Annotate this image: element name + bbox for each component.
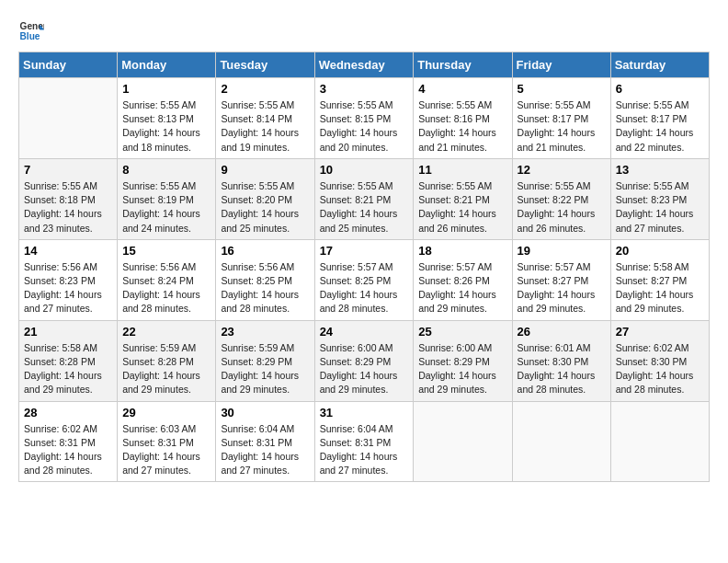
calendar-cell: 8Sunrise: 5:55 AM Sunset: 8:19 PM Daylig… bbox=[118, 158, 216, 239]
calendar-cell: 11Sunrise: 5:55 AM Sunset: 8:21 PM Dayli… bbox=[414, 158, 512, 239]
calendar-cell: 7Sunrise: 5:55 AM Sunset: 8:18 PM Daylig… bbox=[19, 158, 118, 239]
calendar-cell bbox=[610, 401, 709, 482]
calendar-cell: 13Sunrise: 5:55 AM Sunset: 8:23 PM Dayli… bbox=[610, 158, 709, 239]
day-info: Sunrise: 6:04 AM Sunset: 8:31 PM Dayligh… bbox=[221, 422, 309, 478]
calendar-cell: 17Sunrise: 5:57 AM Sunset: 8:25 PM Dayli… bbox=[314, 239, 414, 320]
day-info: Sunrise: 5:55 AM Sunset: 8:15 PM Dayligh… bbox=[320, 98, 409, 155]
calendar-cell: 4Sunrise: 5:55 AM Sunset: 8:16 PM Daylig… bbox=[414, 78, 512, 159]
day-info: Sunrise: 6:02 AM Sunset: 8:30 PM Dayligh… bbox=[616, 341, 704, 397]
day-number: 17 bbox=[320, 244, 409, 258]
calendar-cell: 24Sunrise: 6:00 AM Sunset: 8:29 PM Dayli… bbox=[314, 320, 414, 401]
day-info: Sunrise: 6:02 AM Sunset: 8:31 PM Dayligh… bbox=[24, 422, 112, 478]
day-info: Sunrise: 5:59 AM Sunset: 8:29 PM Dayligh… bbox=[221, 341, 309, 397]
logo: General Blue bbox=[18, 18, 48, 44]
day-info: Sunrise: 5:58 AM Sunset: 8:27 PM Dayligh… bbox=[616, 260, 704, 316]
day-info: Sunrise: 5:57 AM Sunset: 8:25 PM Dayligh… bbox=[320, 260, 409, 316]
calendar-cell: 21Sunrise: 5:58 AM Sunset: 8:28 PM Dayli… bbox=[19, 320, 118, 401]
day-info: Sunrise: 5:55 AM Sunset: 8:14 PM Dayligh… bbox=[221, 98, 309, 155]
calendar-cell: 15Sunrise: 5:56 AM Sunset: 8:24 PM Dayli… bbox=[118, 239, 216, 320]
week-row-3: 14Sunrise: 5:56 AM Sunset: 8:23 PM Dayli… bbox=[19, 239, 710, 320]
week-row-4: 21Sunrise: 5:58 AM Sunset: 8:28 PM Dayli… bbox=[19, 320, 710, 401]
day-info: Sunrise: 5:56 AM Sunset: 8:25 PM Dayligh… bbox=[221, 260, 309, 316]
day-number: 15 bbox=[122, 244, 210, 258]
day-number: 31 bbox=[320, 406, 409, 419]
day-number: 24 bbox=[320, 325, 409, 339]
day-number: 3 bbox=[320, 82, 409, 96]
day-header-tuesday: Tuesday bbox=[216, 52, 314, 78]
day-info: Sunrise: 5:55 AM Sunset: 8:20 PM Dayligh… bbox=[221, 179, 309, 236]
calendar-cell: 19Sunrise: 5:57 AM Sunset: 8:27 PM Dayli… bbox=[512, 239, 610, 320]
day-info: Sunrise: 5:57 AM Sunset: 8:26 PM Dayligh… bbox=[418, 260, 506, 316]
logo-icon: General Blue bbox=[18, 18, 44, 44]
calendar-cell: 27Sunrise: 6:02 AM Sunset: 8:30 PM Dayli… bbox=[610, 320, 709, 401]
day-info: Sunrise: 5:55 AM Sunset: 8:16 PM Dayligh… bbox=[418, 98, 506, 155]
day-number: 11 bbox=[418, 163, 506, 177]
day-number: 6 bbox=[616, 82, 704, 96]
calendar-cell: 10Sunrise: 5:55 AM Sunset: 8:21 PM Dayli… bbox=[314, 158, 414, 239]
calendar-cell: 3Sunrise: 5:55 AM Sunset: 8:15 PM Daylig… bbox=[314, 78, 414, 159]
day-info: Sunrise: 5:55 AM Sunset: 8:17 PM Dayligh… bbox=[518, 98, 606, 155]
day-number: 29 bbox=[122, 406, 210, 419]
day-info: Sunrise: 5:56 AM Sunset: 8:23 PM Dayligh… bbox=[24, 260, 112, 316]
day-number: 16 bbox=[221, 244, 309, 258]
day-info: Sunrise: 5:57 AM Sunset: 8:27 PM Dayligh… bbox=[518, 260, 606, 316]
calendar-cell: 18Sunrise: 5:57 AM Sunset: 8:26 PM Dayli… bbox=[414, 239, 512, 320]
calendar-cell bbox=[414, 401, 512, 482]
day-info: Sunrise: 5:55 AM Sunset: 8:18 PM Dayligh… bbox=[24, 179, 112, 236]
page-header: General Blue bbox=[18, 18, 710, 44]
svg-text:Blue: Blue bbox=[20, 31, 40, 41]
day-info: Sunrise: 5:55 AM Sunset: 8:22 PM Dayligh… bbox=[518, 179, 606, 236]
day-number: 28 bbox=[24, 406, 112, 419]
day-number: 20 bbox=[616, 244, 704, 258]
day-info: Sunrise: 6:00 AM Sunset: 8:29 PM Dayligh… bbox=[418, 341, 506, 397]
day-number: 12 bbox=[518, 163, 606, 177]
calendar-cell: 25Sunrise: 6:00 AM Sunset: 8:29 PM Dayli… bbox=[414, 320, 512, 401]
calendar-cell: 9Sunrise: 5:55 AM Sunset: 8:20 PM Daylig… bbox=[216, 158, 314, 239]
day-number: 7 bbox=[24, 163, 112, 177]
day-header-saturday: Saturday bbox=[610, 52, 709, 78]
day-header-friday: Friday bbox=[512, 52, 610, 78]
day-number: 26 bbox=[518, 325, 606, 339]
day-header-wednesday: Wednesday bbox=[314, 52, 414, 78]
calendar-cell bbox=[512, 401, 610, 482]
calendar-cell: 28Sunrise: 6:02 AM Sunset: 8:31 PM Dayli… bbox=[19, 401, 118, 482]
day-info: Sunrise: 5:55 AM Sunset: 8:21 PM Dayligh… bbox=[320, 179, 409, 236]
day-info: Sunrise: 5:55 AM Sunset: 8:23 PM Dayligh… bbox=[616, 179, 704, 236]
day-info: Sunrise: 6:01 AM Sunset: 8:30 PM Dayligh… bbox=[518, 341, 606, 397]
week-row-1: 1Sunrise: 5:55 AM Sunset: 8:13 PM Daylig… bbox=[19, 78, 710, 159]
day-number: 23 bbox=[221, 325, 309, 339]
day-info: Sunrise: 6:03 AM Sunset: 8:31 PM Dayligh… bbox=[122, 422, 210, 478]
day-info: Sunrise: 5:55 AM Sunset: 8:17 PM Dayligh… bbox=[616, 98, 704, 155]
day-info: Sunrise: 5:55 AM Sunset: 8:19 PM Dayligh… bbox=[122, 179, 210, 236]
calendar-cell: 31Sunrise: 6:04 AM Sunset: 8:31 PM Dayli… bbox=[314, 401, 414, 482]
day-info: Sunrise: 5:55 AM Sunset: 8:13 PM Dayligh… bbox=[122, 98, 210, 155]
day-info: Sunrise: 6:00 AM Sunset: 8:29 PM Dayligh… bbox=[320, 341, 409, 397]
week-row-2: 7Sunrise: 5:55 AM Sunset: 8:18 PM Daylig… bbox=[19, 158, 710, 239]
day-number: 5 bbox=[518, 82, 606, 96]
day-info: Sunrise: 5:56 AM Sunset: 8:24 PM Dayligh… bbox=[122, 260, 210, 316]
calendar-cell: 5Sunrise: 5:55 AM Sunset: 8:17 PM Daylig… bbox=[512, 78, 610, 159]
calendar-cell: 14Sunrise: 5:56 AM Sunset: 8:23 PM Dayli… bbox=[19, 239, 118, 320]
calendar-table: SundayMondayTuesdayWednesdayThursdayFrid… bbox=[18, 52, 710, 482]
calendar-cell bbox=[19, 78, 118, 159]
day-number: 8 bbox=[122, 163, 210, 177]
day-number: 19 bbox=[518, 244, 606, 258]
calendar-cell: 12Sunrise: 5:55 AM Sunset: 8:22 PM Dayli… bbox=[512, 158, 610, 239]
calendar-cell: 23Sunrise: 5:59 AM Sunset: 8:29 PM Dayli… bbox=[216, 320, 314, 401]
day-number: 14 bbox=[24, 244, 112, 258]
day-header-sunday: Sunday bbox=[19, 52, 118, 78]
day-header-monday: Monday bbox=[118, 52, 216, 78]
calendar-cell: 22Sunrise: 5:59 AM Sunset: 8:28 PM Dayli… bbox=[118, 320, 216, 401]
day-number: 10 bbox=[320, 163, 409, 177]
day-number: 27 bbox=[616, 325, 704, 339]
day-number: 4 bbox=[418, 82, 506, 96]
day-info: Sunrise: 6:04 AM Sunset: 8:31 PM Dayligh… bbox=[320, 422, 409, 478]
calendar-cell: 29Sunrise: 6:03 AM Sunset: 8:31 PM Dayli… bbox=[118, 401, 216, 482]
day-number: 30 bbox=[221, 406, 309, 419]
day-number: 1 bbox=[122, 82, 210, 96]
calendar-cell: 6Sunrise: 5:55 AM Sunset: 8:17 PM Daylig… bbox=[610, 78, 709, 159]
day-number: 21 bbox=[24, 325, 112, 339]
calendar-cell: 20Sunrise: 5:58 AM Sunset: 8:27 PM Dayli… bbox=[610, 239, 709, 320]
calendar-cell: 26Sunrise: 6:01 AM Sunset: 8:30 PM Dayli… bbox=[512, 320, 610, 401]
day-number: 18 bbox=[418, 244, 506, 258]
